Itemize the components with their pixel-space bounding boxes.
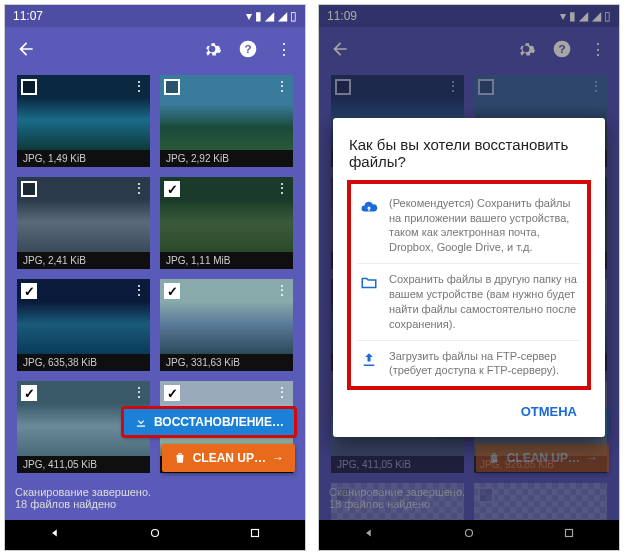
option-folder[interactable]: Сохранить файлы в другую папку на вашем … — [357, 264, 581, 340]
option-cloud[interactable]: (Рекомендуется) Сохранить файлы на прило… — [357, 188, 581, 264]
nav-bar — [5, 520, 305, 550]
action-buttons: ВОССТАНОВЛЕНИЕ… CLEAN UP… → — [123, 408, 295, 472]
thumbnail-more-icon[interactable]: ⋮ — [132, 385, 146, 399]
option-ftp-text: Загрузить файлы на FTP-сервер (требует д… — [389, 349, 579, 379]
help-icon[interactable]: ? — [237, 38, 259, 60]
upload-icon — [359, 349, 379, 379]
thumbnail[interactable]: JPG, 1,49 KiB ⋮ — [17, 75, 150, 167]
thumbnail-more-icon[interactable]: ⋮ — [132, 181, 146, 195]
status-line-2: 18 файлов найдено — [15, 498, 295, 510]
phone-right: 11:09 ▾ ▮ ◢ ◢ ▯ ? ⋮ JPG, 1,49 KiB ⋮ JPG,… — [318, 4, 620, 551]
svg-point-2 — [152, 530, 159, 537]
checkbox[interactable] — [21, 79, 37, 95]
option-cloud-text: (Рекомендуется) Сохранить файлы на прило… — [389, 196, 579, 255]
status-line-1: Сканирование завершено. — [15, 486, 295, 498]
thumbnail-more-icon[interactable]: ⋮ — [275, 385, 289, 399]
cancel-button[interactable]: ОТМЕНА — [513, 398, 585, 425]
thumbnail-caption: JPG, 2,41 KiB — [17, 252, 150, 269]
thumbnail-more-icon[interactable]: ⋮ — [132, 283, 146, 297]
svg-rect-3 — [252, 530, 259, 537]
thumbnail-more-icon[interactable]: ⋮ — [275, 79, 289, 93]
thumbnail-caption: JPG, 635,38 KiB — [17, 354, 150, 371]
checkbox[interactable] — [164, 385, 180, 401]
thumbnail-caption: JPG, 331,63 KiB — [160, 354, 293, 371]
arrow-right-icon: → — [272, 451, 284, 465]
dialog-options: (Рекомендуется) Сохранить файлы на прило… — [349, 182, 589, 388]
checkbox[interactable] — [164, 283, 180, 299]
thumbnail-more-icon[interactable]: ⋮ — [275, 181, 289, 195]
thumbnail-caption: JPG, 2,92 KiB — [160, 150, 293, 167]
thumbnail[interactable]: JPG, 635,38 KiB ⋮ — [17, 279, 150, 371]
folder-icon — [359, 272, 379, 331]
thumbnail[interactable]: JPG, 1,11 MiB ⋮ — [160, 177, 293, 269]
nav-recent-icon[interactable] — [248, 526, 262, 544]
phone-left: 11:07 ▾ ▮ ◢ ◢ ▯ ? ⋮ JPG, 1,49 KiB ⋮ JPG,… — [4, 4, 306, 551]
dialog-scrim[interactable]: Как бы вы хотели восстановить файлы? (Ре… — [319, 5, 619, 550]
clock: 11:07 — [13, 9, 43, 23]
more-icon[interactable]: ⋮ — [273, 38, 295, 60]
thumbnail-caption: JPG, 1,11 MiB — [160, 252, 293, 269]
status-bar: 11:07 ▾ ▮ ◢ ◢ ▯ — [5, 5, 305, 27]
thumbnail-more-icon[interactable]: ⋮ — [132, 79, 146, 93]
restore-label: ВОССТАНОВЛЕНИЕ… — [154, 415, 284, 429]
cloud-upload-icon — [359, 196, 379, 255]
nav-back-icon[interactable] — [48, 526, 62, 544]
gear-icon[interactable] — [201, 38, 223, 60]
dialog-title: Как бы вы хотели восстановить файлы? — [349, 136, 589, 170]
checkbox[interactable] — [164, 181, 180, 197]
back-icon[interactable] — [15, 38, 37, 60]
app-bar: ? ⋮ — [5, 27, 305, 71]
status-icons: ▾ ▮ ◢ ◢ ▯ — [246, 9, 297, 23]
option-folder-text: Сохранить файлы в другую папку на вашем … — [389, 272, 579, 331]
checkbox[interactable] — [164, 79, 180, 95]
thumbnail-caption: JPG, 1,49 KiB — [17, 150, 150, 167]
restore-button[interactable]: ВОССТАНОВЛЕНИЕ… — [123, 408, 295, 436]
option-ftp[interactable]: Загрузить файлы на FTP-сервер (требует д… — [357, 341, 581, 387]
thumbnail[interactable]: JPG, 2,92 KiB ⋮ — [160, 75, 293, 167]
checkbox[interactable] — [21, 385, 37, 401]
thumbnail-grid: JPG, 1,49 KiB ⋮ JPG, 2,92 KiB ⋮ JPG, 2,4… — [5, 71, 305, 550]
checkbox[interactable] — [21, 283, 37, 299]
thumbnail[interactable]: JPG, 331,63 KiB ⋮ — [160, 279, 293, 371]
thumbnail[interactable]: JPG, 2,41 KiB ⋮ — [17, 177, 150, 269]
svg-text:?: ? — [244, 42, 251, 55]
cleanup-button[interactable]: CLEAN UP… → — [162, 444, 295, 472]
status-footer: Сканирование завершено. 18 файлов найден… — [5, 482, 305, 520]
restore-dialog: Как бы вы хотели восстановить файлы? (Ре… — [333, 118, 605, 437]
thumbnail-more-icon[interactable]: ⋮ — [275, 283, 289, 297]
checkbox[interactable] — [21, 181, 37, 197]
cleanup-label: CLEAN UP… — [193, 451, 266, 465]
nav-home-icon[interactable] — [148, 526, 162, 544]
